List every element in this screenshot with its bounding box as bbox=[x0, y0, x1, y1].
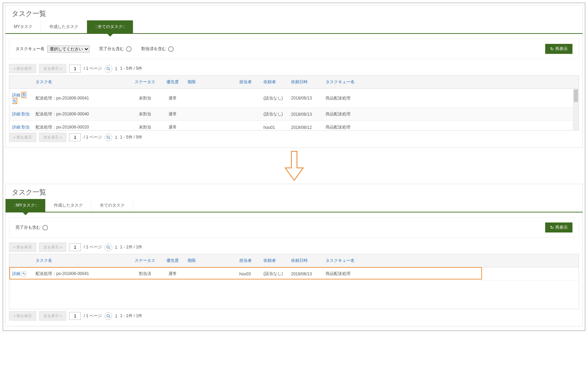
page-input[interactable] bbox=[69, 243, 81, 251]
task-list-panel-my: タスク一覧 ::MYタスク:: 作成したタスク 全てのタスク 完了分も含む 再表… bbox=[5, 184, 583, 326]
cell-date: 2018/06/13 bbox=[288, 89, 323, 108]
cell-queue: 商品配送処理 bbox=[323, 267, 361, 281]
svg-line-5 bbox=[109, 248, 110, 249]
col-status[interactable]: ステータス bbox=[129, 76, 161, 89]
detail-link[interactable]: 詳細 bbox=[12, 93, 20, 97]
cell-status: 未割当 bbox=[129, 89, 161, 108]
detail-link[interactable]: 詳細 bbox=[12, 112, 20, 116]
search-icon[interactable] bbox=[105, 312, 112, 320]
next-page-button[interactable]: 次を表示 » bbox=[39, 64, 66, 73]
include-assigned-radio[interactable] bbox=[168, 46, 174, 52]
include-done-label: 完了分も含む bbox=[99, 46, 124, 52]
cell-priority: 通常 bbox=[161, 89, 185, 108]
col-requester[interactable]: 依頼者 bbox=[261, 254, 288, 267]
task-table-wrap: タスク名 ステータス 優先度 期限 担当者 依頼者 依頼日時 タスクキュー名 詳… bbox=[9, 75, 579, 131]
assign-link[interactable]: 割当 bbox=[21, 112, 30, 116]
prev-page-button[interactable]: « 前を表示 bbox=[9, 311, 36, 321]
svg-line-1 bbox=[109, 69, 110, 70]
scrollbar[interactable] bbox=[573, 89, 579, 130]
svg-point-2 bbox=[107, 136, 109, 138]
col-request-date[interactable]: 依頼日時 bbox=[288, 76, 323, 89]
cell-task-name: 配送処理：po-201806-00041 bbox=[33, 267, 129, 281]
include-done-radio[interactable] bbox=[126, 46, 132, 52]
cell-assignee: hou03 bbox=[237, 267, 261, 281]
prev-page-button[interactable]: « 前を表示 bbox=[9, 133, 36, 142]
page-count-single: 1 bbox=[115, 66, 117, 71]
pager-top: « 前を表示 次を表示 » / 1 ページ 1 1 - 5件 / 5件 bbox=[6, 62, 582, 75]
task-table: タスク名 ステータス 優先度 期限 担当者 依頼者 依頼日時 タスクキュー名 詳… bbox=[9, 254, 579, 281]
svg-point-6 bbox=[107, 314, 109, 317]
filter-bar: タスクキュー名 選択してください 完了分も含む 割当済を含む 再表示 bbox=[9, 39, 579, 59]
refresh-button[interactable]: 再表示 bbox=[545, 44, 572, 54]
detail-link[interactable]: 詳細 bbox=[12, 271, 20, 276]
cell-status: 割当済 bbox=[129, 267, 161, 281]
cell-task-name: 配送処理：po-201806-00041 bbox=[33, 89, 129, 108]
page-title: タスク一覧 bbox=[6, 6, 582, 20]
task-list-panel-all: タスク一覧 MYタスク 作成したタスク ::全てのタスク:: タスクキュー名 選… bbox=[5, 5, 583, 148]
pager-bottom: « 前を表示 次を表示 » / 1 ページ 1 1 - 5件 / 5件 bbox=[6, 131, 582, 144]
tab-created-tasks[interactable]: 作成したタスク bbox=[41, 20, 87, 33]
col-deadline[interactable]: 期限 bbox=[185, 76, 237, 89]
table-row: 詳細 割当 配送処理：po-201806-00040 未割当 通常 (該当なし)… bbox=[9, 108, 579, 121]
filter-bar: 完了分も含む 再表示 bbox=[9, 217, 579, 238]
prev-page-button[interactable]: « 前を表示 bbox=[9, 243, 36, 252]
col-queue[interactable]: タスクキュー名 bbox=[323, 254, 361, 267]
prev-page-button[interactable]: « 前を表示 bbox=[9, 64, 36, 73]
tab-my-tasks[interactable]: ::MYタスク:: bbox=[6, 199, 46, 212]
page-title: タスク一覧 bbox=[6, 184, 582, 199]
cell-assignee bbox=[237, 89, 261, 108]
arrow-down-icon bbox=[5, 150, 583, 184]
col-queue[interactable]: タスクキュー名 bbox=[323, 76, 361, 89]
next-page-button[interactable]: 次を表示 » bbox=[39, 311, 66, 321]
svg-point-4 bbox=[107, 246, 109, 248]
col-request-date[interactable]: 依頼日時 bbox=[288, 254, 323, 267]
pager-top: « 前を表示 次を表示 » / 1 ページ 1 1 - 1件 / 1件 bbox=[6, 240, 582, 254]
cell-requester: (該当なし) bbox=[261, 267, 288, 281]
page-input[interactable] bbox=[69, 312, 81, 320]
table-row: 詳細 割当 配送処理：po-201806-00020 未割当 通常 hou01 … bbox=[9, 121, 579, 131]
col-assignee[interactable]: 担当者 bbox=[237, 76, 261, 89]
col-deadline[interactable]: 期限 bbox=[185, 254, 237, 267]
col-task-name[interactable]: タスク名 bbox=[33, 76, 129, 89]
svg-point-0 bbox=[107, 67, 109, 69]
queue-select[interactable]: 選択してください bbox=[47, 46, 89, 53]
tab-all-tasks[interactable]: ::全てのタスク:: bbox=[87, 20, 133, 33]
search-icon[interactable] bbox=[105, 65, 112, 73]
col-priority[interactable]: 優先度 bbox=[161, 76, 185, 89]
tab-all-tasks[interactable]: 全てのタスク bbox=[91, 199, 133, 212]
search-icon[interactable] bbox=[105, 244, 112, 251]
cell-deadline bbox=[185, 267, 237, 281]
tab-created-tasks[interactable]: 作成したタスク bbox=[46, 199, 91, 212]
table-row: 詳細 ✎ 配送処理：po-201806-00041 割当済 通常 hou03 (… bbox=[9, 267, 579, 281]
page-of-label: / 1 ページ bbox=[84, 66, 102, 72]
svg-line-3 bbox=[109, 138, 110, 139]
cell-queue: 商品配送処理 bbox=[323, 89, 361, 108]
cell-deadline bbox=[185, 89, 237, 108]
col-requester[interactable]: 依頼者 bbox=[261, 76, 288, 89]
queue-label: タスクキュー名 bbox=[16, 46, 45, 52]
tabs: ::MYタスク:: 作成したタスク 全てのタスク bbox=[6, 199, 582, 212]
next-page-button[interactable]: 次を表示 » bbox=[39, 133, 66, 142]
cell-date: 2018/06/13 bbox=[288, 267, 323, 281]
edit-icon[interactable]: ✎ bbox=[21, 272, 26, 276]
svg-line-7 bbox=[109, 316, 110, 317]
tab-my-tasks[interactable]: MYタスク bbox=[6, 20, 41, 33]
page-count-range: 1 - 5件 / 5件 bbox=[120, 66, 143, 72]
col-priority[interactable]: 優先度 bbox=[161, 254, 185, 267]
include-assigned-label: 割当済を含む bbox=[141, 46, 166, 52]
refresh-button[interactable]: 再表示 bbox=[545, 222, 572, 232]
col-task-name[interactable]: タスク名 bbox=[33, 254, 129, 267]
detail-link[interactable]: 詳細 bbox=[12, 125, 20, 130]
next-page-button[interactable]: 次を表示 » bbox=[39, 243, 66, 252]
col-assignee[interactable]: 担当者 bbox=[237, 254, 261, 267]
page-input[interactable] bbox=[69, 133, 81, 141]
include-done-radio[interactable] bbox=[42, 225, 48, 230]
tabs: MYタスク 作成したタスク ::全てのタスク:: bbox=[6, 20, 582, 34]
page-input[interactable] bbox=[69, 65, 81, 73]
task-table-wrap: タスク名 ステータス 優先度 期限 担当者 依頼者 依頼日時 タスクキュー名 詳… bbox=[9, 254, 579, 309]
cell-requester: (該当なし) bbox=[261, 89, 288, 108]
table-row: 詳細 割当 配送処理：po-201806-00041 未割当 通常 (該当なし)… bbox=[9, 89, 579, 108]
col-status[interactable]: ステータス bbox=[129, 254, 161, 267]
assign-link[interactable]: 割当 bbox=[21, 125, 30, 130]
search-icon[interactable] bbox=[105, 134, 112, 141]
